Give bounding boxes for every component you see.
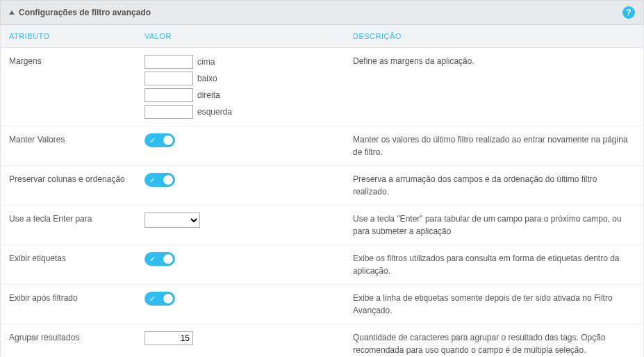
header-attribute: ATRIBUTO [9,32,145,40]
row-margins: Margens cima baixo direita esquerda Defi… [0,48,644,126]
margin-left-input[interactable] [145,105,193,119]
group-results-desc: Quantidade de caracteres para agrupar o … [353,331,635,356]
preserve-cols-toggle[interactable]: ✓ [145,173,175,187]
check-icon: ✓ [149,176,156,185]
margin-right-label: direita [197,90,220,100]
collapse-icon[interactable] [9,10,15,15]
margin-bottom-label: baixo [197,74,217,83]
row-preserve-cols: Preservar colunas e ordenação ✓ Preserva… [0,166,644,206]
group-results-input[interactable] [145,331,193,345]
toggle-knob [163,294,173,304]
check-icon: ✓ [149,255,156,264]
margin-left-label: esquerda [197,107,232,117]
header-value: VALOR [145,32,353,40]
show-tags-desc: Exibe os filtros utilizados para consult… [353,252,635,277]
enter-key-desc: Use a tecla "Enter" para tabular de um c… [353,213,635,238]
group-results-label: Agrupar resultados [9,331,145,342]
margins-desc: Define as margens da aplicação. [353,55,635,67]
toggle-knob [163,135,173,145]
margin-bottom-input[interactable] [145,72,193,85]
panel-title: Configurações de filtro avançado [19,8,151,17]
margin-right-input[interactable] [145,88,193,102]
keep-values-desc: Manter os valores do último filtro reali… [353,133,635,158]
preserve-cols-desc: Preserva a arrumação dos campos e da ord… [353,173,635,198]
enter-key-select[interactable] [145,213,200,228]
panel-header: Configurações de filtro avançado ? [0,0,644,25]
row-show-tags: Exibir etiquetas ✓ Exibe os filtros util… [0,245,644,285]
show-after-desc: Exibe a linha de etiquetas somente depoi… [353,292,635,317]
margin-top-input[interactable] [145,55,193,69]
panel-header-left[interactable]: Configurações de filtro avançado [9,8,151,17]
header-description: DESCRIÇÃO [353,32,635,40]
show-after-label: Exibir após filtrado [9,292,145,303]
table-header: ATRIBUTO VALOR DESCRIÇÃO [0,25,644,48]
keep-values-toggle[interactable]: ✓ [145,133,175,147]
row-keep-values: Manter Valores ✓ Manter os valores do úl… [0,126,644,166]
show-tags-label: Exibir etiquetas [9,252,145,263]
margin-group: cima baixo direita esquerda [145,55,353,119]
margin-top-label: cima [197,57,215,67]
help-icon[interactable]: ? [622,6,635,19]
row-group-results: Agrupar resultados Quantidade de caracte… [0,324,644,357]
margins-label: Margens [9,55,145,66]
row-show-after: Exibir após filtrado ✓ Exibe a linha de … [0,285,644,324]
preserve-cols-label: Preservar colunas e ordenação [9,173,145,184]
keep-values-label: Manter Valores [9,133,145,144]
toggle-knob [163,175,173,185]
show-tags-toggle[interactable]: ✓ [145,252,175,266]
enter-key-label: Use a tecla Enter para [9,213,145,224]
row-enter-key: Use a tecla Enter para Use a tecla "Ente… [0,206,644,245]
show-after-toggle[interactable]: ✓ [145,292,175,306]
check-icon: ✓ [149,294,156,304]
check-icon: ✓ [149,136,156,145]
toggle-knob [163,254,173,264]
